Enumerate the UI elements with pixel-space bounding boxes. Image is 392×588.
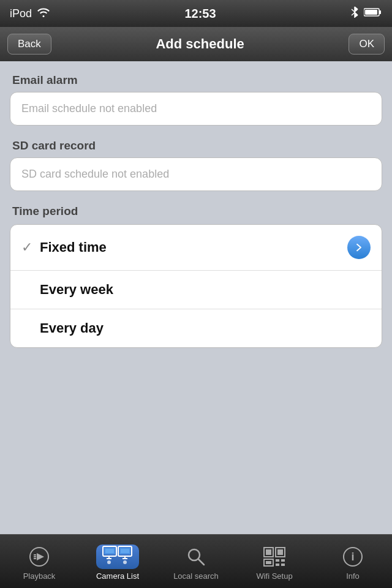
fixed-time-label: Fixed time: [40, 239, 347, 255]
nav-bar: Back Add schedule OK: [0, 27, 392, 61]
bluetooth-icon: [350, 6, 359, 21]
tab-local-search-label: Local search: [173, 571, 219, 581]
playback-icon: [29, 546, 50, 567]
svg-rect-6: [379, 10, 381, 14]
main-content: Email alarm Email schedule not enabled S…: [0, 61, 392, 348]
ok-button[interactable]: OK: [349, 34, 385, 55]
wifi-icon: [37, 7, 50, 20]
device-name: iPod: [10, 7, 32, 20]
status-time: 12:53: [184, 7, 216, 21]
tab-playback-label: Playback: [23, 571, 56, 581]
wifi-setup-icon: [263, 546, 286, 567]
status-left: iPod: [10, 7, 50, 20]
tab-camera-list-label: Camera List: [96, 571, 139, 581]
time-period-item-week[interactable]: ✓ Every week: [10, 271, 382, 309]
local-search-icon-wrap: [182, 545, 210, 569]
back-button[interactable]: Back: [7, 34, 51, 55]
svg-marker-9: [37, 553, 44, 560]
sd-card-field[interactable]: SD card schedule not enabled: [10, 157, 382, 191]
tab-info[interactable]: i Info: [314, 540, 392, 583]
time-period-label: Time period: [10, 205, 382, 218]
every-week-label: Every week: [40, 282, 371, 298]
svg-rect-32: [266, 561, 271, 564]
tab-local-search[interactable]: Local search: [157, 540, 235, 583]
email-alarm-field[interactable]: Email schedule not enabled: [10, 92, 382, 126]
tab-playback[interactable]: Playback: [0, 540, 78, 583]
tab-bar: Playback Camera Li: [0, 534, 392, 588]
tab-wifi-setup[interactable]: Wifi Setup: [235, 540, 314, 583]
every-day-label: Every day: [40, 320, 371, 336]
status-bar: iPod 12:53: [0, 0, 392, 27]
chevron-circle[interactable]: [347, 236, 371, 259]
camera-list-icon-wrap: [96, 545, 139, 569]
wifi-setup-icon-wrap: [260, 545, 288, 569]
page-title: Add schedule: [156, 36, 244, 52]
svg-rect-15: [105, 549, 114, 553]
tab-info-label: Info: [346, 571, 360, 581]
svg-rect-35: [276, 564, 279, 566]
sd-card-label: SD card record: [10, 139, 382, 153]
status-right: [350, 6, 382, 21]
tab-wifi-setup-label: Wifi Setup: [256, 571, 292, 581]
email-alarm-label: Email alarm: [10, 74, 382, 87]
svg-point-24: [123, 560, 127, 564]
svg-rect-36: [281, 564, 285, 566]
info-icon: i: [342, 546, 363, 567]
playback-icon-wrap: [25, 545, 53, 569]
svg-rect-33: [276, 559, 279, 562]
svg-rect-20: [121, 549, 129, 553]
svg-line-26: [198, 559, 204, 565]
svg-text:i: i: [351, 551, 354, 563]
svg-rect-30: [277, 549, 283, 555]
tab-camera-list[interactable]: Camera List: [78, 540, 157, 583]
svg-rect-28: [266, 549, 271, 555]
info-icon-wrap: i: [339, 545, 367, 569]
svg-rect-34: [281, 559, 285, 562]
svg-point-23: [107, 560, 111, 564]
checkmark-fixed: ✓: [21, 239, 40, 255]
time-period-item-day[interactable]: ✓ Every day: [10, 309, 382, 347]
time-period-list: ✓ Fixed time ✓ Every week ✓ Every day: [10, 224, 382, 348]
svg-rect-7: [365, 10, 377, 15]
time-period-item-fixed[interactable]: ✓ Fixed time: [10, 225, 382, 271]
battery-icon: [364, 7, 382, 20]
camera-list-icon: [102, 546, 133, 568]
search-icon: [186, 546, 206, 567]
